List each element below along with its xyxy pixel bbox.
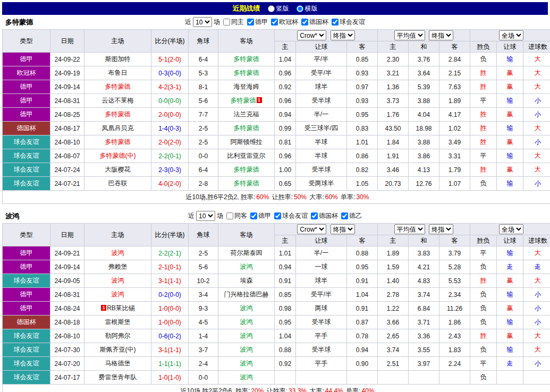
result-handicap: 赢 bbox=[497, 329, 523, 343]
team-label: 比利亚雷亚尔 bbox=[227, 152, 266, 159]
avg-odds-home: 1.36 bbox=[378, 80, 409, 94]
avg-odds-draw: 3.36 bbox=[409, 329, 439, 343]
league-filter-checkbox[interactable] bbox=[274, 212, 281, 219]
layout-radio-horizontal[interactable]: 横版 bbox=[297, 4, 318, 13]
filter-controls: 近 10 场 同客 德甲球会友谊德国杯德乙 bbox=[188, 211, 362, 221]
league-filter-label: 德国杯 bbox=[319, 211, 338, 220]
layout-radio-horizontal-input[interactable] bbox=[297, 5, 303, 12]
team-label: 多特蒙德 bbox=[105, 83, 131, 90]
result-goals: 小 bbox=[523, 288, 550, 302]
league-filter-德甲[interactable]: 德甲 bbox=[250, 211, 271, 220]
match-row: 德国杯24-08-18雷根斯堡1-0(0-0)4-5波鸿0.95受半球0.873… bbox=[3, 316, 550, 329]
bookmaker-select[interactable]: Crow* bbox=[297, 224, 326, 234]
league-filter-欧冠杯[interactable]: 欧冠杯 bbox=[271, 18, 298, 27]
team-label: 波鸿 bbox=[240, 263, 253, 270]
col-header-type: 类型 bbox=[3, 224, 50, 246]
handicap-odds-group-header: Crow* 终指 bbox=[275, 30, 378, 41]
final-odds-select[interactable]: 终指 bbox=[429, 30, 453, 40]
same-venue-filter[interactable]: 同客 bbox=[226, 211, 247, 220]
league-filter-checkbox[interactable] bbox=[271, 19, 278, 25]
handicap-line: 受平/半 bbox=[296, 288, 347, 302]
average-select[interactable]: 平均值 bbox=[394, 30, 425, 40]
result-handicap: 输 bbox=[497, 94, 523, 108]
handicap-odds-home: 0.96 bbox=[275, 66, 296, 80]
same-venue-checkbox[interactable] bbox=[223, 19, 230, 25]
handicap-odds-group-header: Crow* 终指 bbox=[275, 224, 378, 235]
league-filter-checkbox[interactable] bbox=[311, 212, 318, 219]
league-filter-label: 德国杯 bbox=[309, 18, 328, 27]
summary-segment: 大率: bbox=[308, 193, 324, 201]
league-filter-球会友谊[interactable]: 球会友谊 bbox=[274, 211, 308, 220]
avg-odds-draw: 12.76 bbox=[409, 177, 439, 191]
league-filter-德国杯[interactable]: 德国杯 bbox=[301, 18, 328, 27]
result-win-draw-loss: 负 bbox=[470, 302, 497, 316]
match-row: 德甲24-08-31云达不莱梅0-0(0-0)5-6多特蒙德10.96受半球0.… bbox=[3, 94, 550, 108]
league-filter-德乙[interactable]: 德乙 bbox=[341, 211, 362, 220]
final-odds-select[interactable]: 终指 bbox=[331, 30, 355, 40]
match-row: 球会友谊24-08-10勒阿弗尔0-6(0-2)1-4波鸿1.04平手0.782… bbox=[3, 329, 550, 343]
league-type-badge: 球会友谊 bbox=[3, 329, 50, 343]
result-win-draw-loss: 负 bbox=[470, 316, 497, 329]
result-win-draw-loss: 平 bbox=[470, 149, 497, 163]
same-venue-checkbox[interactable] bbox=[226, 212, 233, 219]
layout-radio-vertical[interactable]: 竖版 bbox=[268, 4, 289, 13]
result-win-draw-loss: 胜 bbox=[470, 135, 497, 149]
handicap-odds-home: 0.92 bbox=[275, 357, 296, 371]
team-label: 勒阿弗尔 bbox=[105, 332, 131, 339]
same-venue-filter[interactable]: 同主 bbox=[223, 18, 244, 27]
layout-radio-vertical-input[interactable] bbox=[268, 5, 275, 12]
result-win-draw-loss: 平 bbox=[470, 357, 497, 371]
handicap-line: 半/一 bbox=[296, 108, 347, 122]
final-odds-select[interactable]: 终指 bbox=[429, 224, 453, 234]
league-filter-checkbox[interactable] bbox=[341, 212, 348, 219]
average-select[interactable]: 平均值 bbox=[394, 224, 425, 234]
avg-odds-draw: 4.04 bbox=[409, 108, 439, 122]
recent-count-select[interactable]: 10 bbox=[196, 211, 215, 221]
handicap-line: 半/一 bbox=[296, 246, 347, 260]
summary-segment: 40% bbox=[361, 387, 374, 392]
result-handicap: 赢 bbox=[497, 302, 523, 316]
fullmatch-select[interactable]: 全场 bbox=[499, 30, 523, 40]
bookmaker-select[interactable]: Crow* bbox=[297, 30, 326, 40]
team-label: 荷尔斯泰因 bbox=[231, 249, 263, 257]
team-label: 斯佩齐亚(中) bbox=[100, 346, 136, 353]
match-score: 0-2(0-0) bbox=[151, 288, 189, 302]
team-section-header: 波鸿 近 10 场 同客 德甲球会友谊德国杯德乙 bbox=[2, 209, 548, 223]
league-type-badge: 球会友谊 bbox=[3, 357, 50, 371]
handicap-odds-away: 0.95 bbox=[347, 260, 378, 274]
match-row: 球会友谊24-09-05波鸿3-1(1-1)10-2埃森0.91球半0.911.… bbox=[3, 274, 550, 288]
league-filter-checkbox[interactable] bbox=[301, 19, 308, 25]
team-label: 法兰克福 bbox=[234, 110, 259, 118]
team-label: 海登海姆 bbox=[234, 83, 259, 90]
result-goals: 小 bbox=[523, 108, 550, 122]
handicap-line: 受半球 bbox=[296, 94, 347, 108]
handicap-line: 受半球 bbox=[296, 163, 347, 177]
match-score: 1-4(0-3) bbox=[151, 122, 189, 135]
result-goals: 小 bbox=[523, 94, 550, 108]
match-date: 24-08-31 bbox=[50, 94, 84, 108]
league-type-badge: 德甲 bbox=[3, 80, 50, 94]
handicap-odds-home: 0.88 bbox=[275, 343, 296, 357]
match-row: 德甲24-09-14弗赖堡2-1(0-1)5-6波鸿0.94一球0.951.59… bbox=[3, 260, 550, 274]
result-win-draw-loss: 负 bbox=[470, 260, 497, 274]
recent-count-select[interactable]: 10 bbox=[193, 17, 212, 27]
league-filter-checkbox[interactable] bbox=[332, 19, 339, 25]
away-team: 波鸿 bbox=[218, 302, 275, 316]
league-filter-checkbox[interactable] bbox=[250, 212, 257, 219]
league-filter-德国杯[interactable]: 德国杯 bbox=[311, 211, 338, 220]
final-odds-select[interactable]: 终指 bbox=[331, 224, 355, 234]
avg-odds-draw: 3.88 bbox=[409, 94, 439, 108]
avg-odds-draw: 3.97 bbox=[409, 357, 439, 371]
team-label: 埃森 bbox=[240, 277, 253, 284]
avg-odds-away: 5.53 bbox=[439, 274, 470, 288]
league-filter-球会友谊[interactable]: 球会友谊 bbox=[332, 18, 365, 27]
league-filter-德甲[interactable]: 德甲 bbox=[247, 18, 268, 27]
team-name: 波鸿 bbox=[5, 211, 19, 221]
league-filter-checkbox[interactable] bbox=[247, 19, 254, 25]
fullmatch-select[interactable]: 全场 bbox=[499, 224, 523, 234]
home-team: 费雷堡青年队 bbox=[84, 371, 151, 385]
handicap-line: 受半球 bbox=[296, 343, 347, 357]
recent-prefix-label: 近 bbox=[188, 211, 194, 220]
summary-segment: 20% bbox=[251, 387, 264, 392]
result-handicap: 输 bbox=[497, 53, 523, 66]
